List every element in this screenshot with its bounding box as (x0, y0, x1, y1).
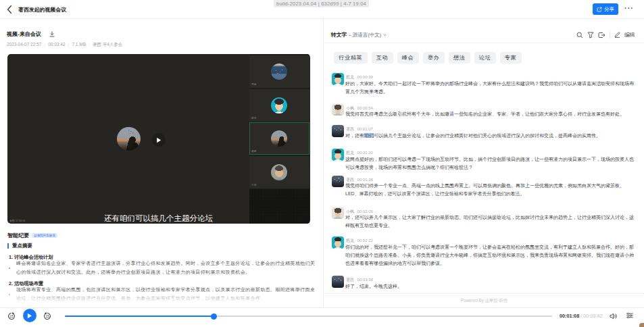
svg-text:15: 15 (45, 315, 49, 318)
svg-text:15: 15 (9, 315, 14, 318)
